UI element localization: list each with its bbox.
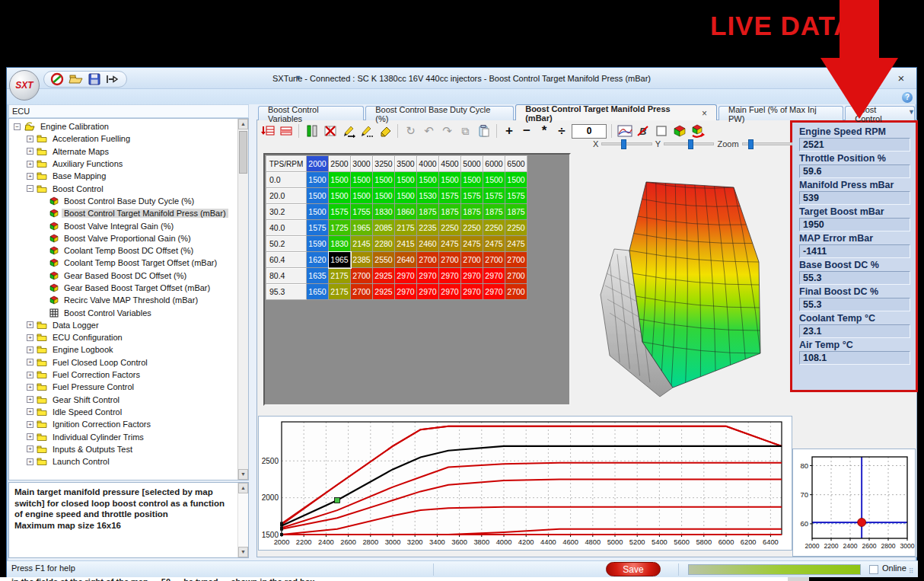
map-cell[interactable]: 2175	[329, 268, 351, 284]
tab-boost-control-base-duty-cycle[interactable]: Boost Control Base Duty Cycle (%)	[365, 106, 514, 120]
map-cell[interactable]: 1500	[439, 172, 461, 188]
rpm-column-header[interactable]: 4500	[439, 156, 461, 172]
tree-item-fuel-pressure-control[interactable]: +Fuel Pressure Control	[9, 381, 237, 393]
tps-row-header[interactable]: 50.2	[266, 236, 307, 252]
map-cell[interactable]: 1575	[307, 220, 329, 236]
tree-item-engine-logbook[interactable]: +Engine Logbook	[9, 343, 237, 356]
map-cell[interactable]: 2250	[439, 220, 461, 236]
map-cell[interactable]: 1725	[329, 220, 351, 236]
b-strike-icon[interactable]: B	[635, 123, 651, 139]
tree-item-gear-shift-control[interactable]: +Gear Shift Control	[9, 394, 237, 406]
expand-icon[interactable]: +	[27, 433, 33, 440]
map-cell[interactable]: 2700	[351, 284, 373, 300]
scroll-up-icon[interactable]: ▲	[238, 119, 248, 129]
expand-icon[interactable]: +	[27, 458, 33, 465]
map-cell[interactable]: 1635	[307, 268, 329, 284]
tree-item-boost-control-target-manifold-press-mbar[interactable]: Boost Control Target Manifold Press (mBa…	[9, 207, 237, 219]
tps-row-header[interactable]: 20.0	[266, 188, 307, 204]
map-cell[interactable]: 2970	[439, 284, 461, 300]
tree-item-base-mapping[interactable]: +Base Mapping	[9, 170, 237, 182]
expand-icon[interactable]: +	[27, 384, 33, 391]
open-folder-icon[interactable]	[69, 73, 84, 85]
x-slider[interactable]	[601, 142, 652, 145]
map-cell[interactable]: 1875	[439, 204, 461, 220]
tree-item-boost-valve-proportional-gain[interactable]: Boost Valve Proportional Gain (%)	[9, 232, 237, 244]
collapse-icon[interactable]: −	[27, 185, 33, 192]
rpm-column-header[interactable]: 5000	[461, 156, 483, 172]
tree-item-acceleration-fuelling[interactable]: +Acceleration Fuelling	[9, 132, 237, 145]
rpm-column-header[interactable]: 6500	[505, 156, 527, 172]
tree-item-boost-control-variables[interactable]: Boost Control Variables	[9, 306, 237, 318]
math-subtract-icon[interactable]: −	[519, 123, 534, 139]
map-cell[interactable]: 1650	[307, 284, 329, 300]
map-cell[interactable]: 1500	[307, 204, 329, 220]
rpm-column-header[interactable]: 2500	[329, 156, 351, 172]
quick-access-more-icon[interactable]: ▼	[295, 74, 301, 81]
map-cell[interactable]: 1620	[307, 252, 329, 268]
math-operand-input[interactable]	[572, 124, 607, 139]
tree-item-ignition-correction-factors[interactable]: +Ignition Correction Factors	[9, 418, 237, 430]
math-multiply-icon[interactable]: *	[537, 123, 552, 139]
map-cell[interactable]: 1575	[461, 188, 483, 204]
expand-icon[interactable]: +	[27, 408, 33, 415]
map-cell[interactable]: 1875	[461, 204, 483, 220]
map-cell[interactable]: 1530	[417, 188, 439, 204]
map-cell[interactable]: 1575	[439, 188, 461, 204]
tree-scrollbar[interactable]: ▲ ▼	[237, 119, 248, 480]
cube-rotate-icon[interactable]	[690, 123, 706, 139]
tree-item-gear-based-boost-dc-offset[interactable]: Gear Based Boost DC Offset (%)	[9, 270, 237, 282]
cube-view-icon[interactable]	[671, 123, 687, 139]
rpm-column-header[interactable]: 3000	[351, 156, 373, 172]
tps-row-header[interactable]: 40.0	[266, 220, 307, 236]
no-entry-icon[interactable]	[50, 72, 64, 86]
map-cell[interactable]: 2475	[483, 236, 505, 252]
expand-icon[interactable]: +	[27, 173, 33, 180]
map-cell[interactable]: 2550	[373, 252, 395, 268]
expand-icon[interactable]: +	[27, 372, 33, 378]
map-cell[interactable]: 2475	[505, 236, 527, 252]
map-cell[interactable]: 1575	[329, 204, 351, 220]
resize-grip[interactable]: ⠿	[909, 567, 916, 575]
collapse-icon[interactable]: −	[14, 123, 21, 130]
map-cell[interactable]: 1830	[373, 204, 395, 220]
map-cell[interactable]: 2175	[329, 284, 351, 300]
map-cell[interactable]: 1965	[351, 220, 373, 236]
tree-item-idle-speed-control[interactable]: +Idle Speed Control	[9, 406, 237, 418]
map-cell[interactable]: 2970	[461, 284, 483, 300]
expand-icon[interactable]: +	[27, 161, 33, 168]
map-cell[interactable]: 1500	[329, 172, 351, 188]
map-cell[interactable]: 2475	[461, 236, 483, 252]
tree-item-boost-valve-integral-gain[interactable]: Boost Valve Integral Gain (%)	[9, 219, 237, 231]
delete-row-icon[interactable]	[278, 123, 294, 139]
map-cell[interactable]: 2475	[439, 236, 461, 252]
map-cell[interactable]: 2085	[373, 220, 395, 236]
rpm-column-header[interactable]: 6000	[483, 156, 505, 172]
map-cell[interactable]: 1965	[329, 252, 351, 268]
rpm-column-header[interactable]: 3500	[395, 156, 417, 172]
tab-overflow-icon[interactable]: ▼	[908, 108, 915, 116]
map-cell[interactable]: 1500	[307, 188, 329, 204]
map-cell[interactable]: 2385	[351, 252, 373, 268]
map-cell[interactable]: 2250	[505, 220, 527, 236]
scroll-down-icon[interactable]: ▼	[238, 547, 248, 557]
expand-icon[interactable]: +	[27, 421, 33, 428]
tree-item-engine-calibration[interactable]: −Engine Calibration	[9, 120, 237, 132]
expand-icon[interactable]: +	[27, 334, 33, 341]
map-cell[interactable]: 2250	[483, 220, 505, 236]
square-view-icon[interactable]	[653, 123, 669, 139]
column-insert-icon[interactable]	[304, 123, 320, 139]
tree-item-ecu-configuration[interactable]: +ECU Configuration	[9, 331, 237, 343]
map-cell[interactable]: 2970	[483, 284, 505, 300]
expand-icon[interactable]: +	[27, 396, 33, 403]
map-cell[interactable]: 1875	[417, 204, 439, 220]
expand-icon[interactable]: +	[27, 346, 33, 353]
tree-item-boost-control[interactable]: −Boost Control	[9, 182, 237, 194]
map-cell[interactable]: 1500	[483, 172, 505, 188]
copy-icon[interactable]: ⧉	[457, 123, 473, 139]
map-cell[interactable]: 2970	[417, 268, 439, 284]
redo-icon[interactable]: ↷	[439, 123, 455, 139]
curve-view-icon[interactable]	[617, 123, 632, 139]
map-cell[interactable]: 2970	[395, 268, 417, 284]
tps-row-header[interactable]: 80.4	[266, 268, 307, 284]
map-cell[interactable]: 2925	[373, 268, 395, 284]
